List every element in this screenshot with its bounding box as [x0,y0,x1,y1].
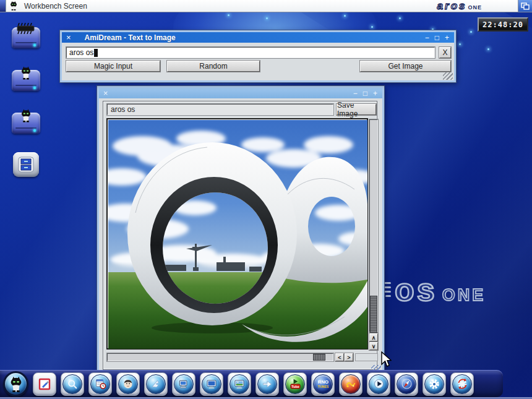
screen-depth-gadget[interactable] [518,0,532,12]
play-icon [372,377,385,390]
icon-sphere [118,374,138,394]
generated-image [108,120,367,349]
maximize-icon[interactable]: □ [363,90,367,97]
ram-chip-icon [17,23,35,34]
icon-sphere: RNOTUNES [313,374,333,394]
scroll-up-button[interactable]: ∧ [369,333,378,341]
sparkle [399,17,401,19]
icon-sphere [146,374,166,394]
depth-icon [521,2,530,10]
amp-icon [345,378,357,390]
disk-drive-icon [12,70,40,91]
compass-icon [400,377,413,390]
organizer-icon [94,377,107,390]
dock-workbench-button[interactable] [172,372,195,396]
zoom-icon[interactable]: + [373,90,377,97]
text-editor-icon [37,377,52,392]
dock-aros-menu[interactable] [3,371,28,397]
icon-sphere [341,374,361,394]
viewer-prompt-field[interactable]: aros os [107,104,333,115]
sparkle [487,48,489,50]
sparkle [470,31,472,33]
minimize-icon[interactable]: − [353,90,358,97]
amidream-window: × AmiDream - Text to Image − □ + aros os… [60,30,456,82]
zoom-icon[interactable]: + [445,34,449,41]
dock-picture-viewer-button[interactable] [228,372,251,396]
dock-user-profile-button[interactable] [116,372,140,396]
sparkle [266,17,268,19]
sparkle [371,26,373,28]
monitor-icon [205,378,218,390]
scroll-left-button[interactable]: < [335,353,344,361]
aros-kitty-icon [20,108,32,122]
aros-kitty-icon [9,375,24,393]
dock-web-browser-button[interactable] [395,372,418,396]
dopus-icon [13,152,39,177]
desktop-watermark: os one [376,273,486,306]
random-button[interactable]: Random [167,61,260,72]
clear-button[interactable]: X [439,47,451,58]
dock-monitor-button[interactable] [200,372,223,396]
prompt-input[interactable]: aros os [66,47,435,58]
update-gear-icon [456,377,469,390]
desktop-icon-ram-disk[interactable] [6,27,46,50]
magic-input-button[interactable]: Magic Input [66,61,160,72]
icon-sphere [257,374,277,394]
dock-items: TubeRNOTUNES [3,371,474,397]
dock-text-editor-button[interactable] [33,372,56,396]
resize-grip[interactable] [443,72,453,80]
close-icon[interactable]: × [66,33,71,41]
viewer-titlebar[interactable]: × − □ + [99,88,382,98]
icon-sphere [202,374,221,394]
desktop-icon-aros[interactable] [6,70,46,93]
dock-amiga-amp-button[interactable] [339,372,363,396]
maximize-icon[interactable]: □ [435,34,439,41]
dock-file-transfer-button[interactable] [255,372,279,396]
dock-media-player-button[interactable] [367,372,390,396]
gear-icon [428,378,440,390]
workbench-screen: Workbench Screen aros one os one 22:48:2… [0,0,532,399]
viewer-window: × − □ + aros os Save Image [97,86,384,375]
dock-settings-button[interactable] [423,372,446,396]
clock-display: 22:48:20 [478,17,528,32]
desktop: os one 22:48:20 × − □ + aros os Save Ima… [0,12,532,399]
aros-kitty-icon [9,1,18,11]
dopus-cabinet-icon [18,157,34,173]
svg-text:TUNES: TUNES [317,385,328,388]
dock-system-update-button[interactable] [450,372,474,396]
scroll-down-button[interactable]: ∨ [369,342,378,350]
aros-kitty-icon [9,1,18,11]
svg-text:RNO: RNO [317,379,328,385]
horizontal-scrollbar[interactable] [107,353,333,361]
svg-text:Tube: Tube [291,385,299,388]
tube-icon: Tube [288,377,302,391]
picture-viewer-icon [233,378,246,390]
screen-titlebar[interactable]: Workbench Screen aros one [0,0,532,12]
dock-search-button[interactable] [61,372,84,396]
dock-messenger-button[interactable] [144,372,168,396]
close-icon[interactable]: × [103,89,108,97]
minimize-icon[interactable]: − [425,34,429,41]
sparkle [344,15,346,17]
desktop-icon-dopus4[interactable] [6,152,46,179]
icon-sphere [62,374,82,394]
aros-one-logo: aros one [437,0,482,12]
search-icon [66,378,79,390]
dock-tube-video-button[interactable]: Tube [283,372,307,396]
aros-kitty-icon [20,66,32,80]
get-image-button[interactable]: Get Image [360,61,451,72]
dock: TubeRNOTUNES [0,370,503,397]
screen-drag-gadget[interactable] [0,0,6,12]
sparkle [459,43,461,45]
icon-sphere [397,374,416,394]
icon-sphere [230,374,249,394]
dock-rno-tunes-button[interactable]: RNOTUNES [311,372,335,396]
horizontal-scrollbar-thumb[interactable] [313,354,325,361]
desktop-icon-work[interactable] [6,113,46,135]
dock-organizer-button[interactable] [88,372,112,396]
icon-sphere [369,374,388,394]
save-image-button[interactable]: Save Image [337,104,376,115]
scroll-right-button[interactable]: > [345,353,353,361]
vertical-scrollbar-thumb[interactable] [370,296,377,333]
amidream-titlebar[interactable]: × AmiDream - Text to Image − □ + [62,32,454,43]
